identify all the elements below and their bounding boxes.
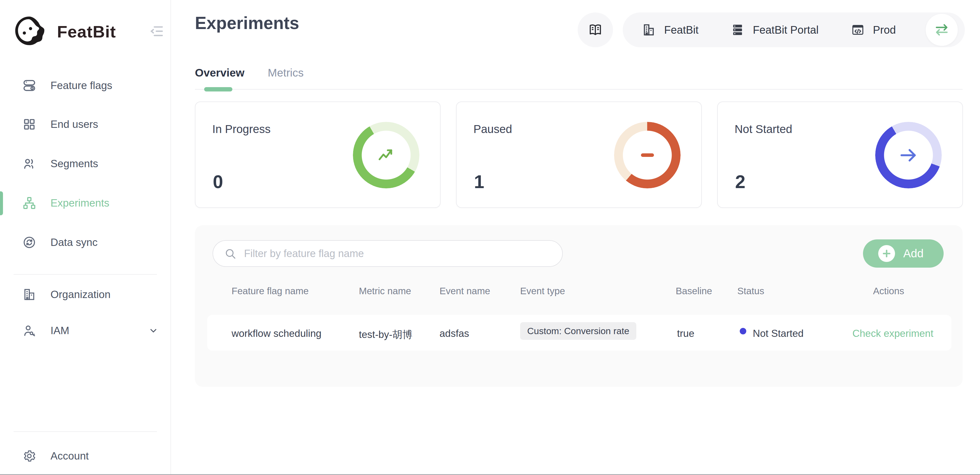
plus-icon	[878, 245, 895, 262]
logo-text: FeatBit	[57, 22, 116, 41]
sidebar-collapse-icon[interactable]	[149, 23, 164, 39]
server-stack-icon	[730, 23, 745, 37]
not-started-ring	[875, 122, 942, 188]
experiments-icon	[22, 196, 37, 210]
arrow-right-icon	[875, 122, 942, 188]
in-progress-ring	[353, 122, 419, 188]
tab-metrics[interactable]: Metrics	[268, 67, 304, 79]
search-input[interactable]	[244, 248, 551, 259]
featbit-app: FeatBit Feature flags	[0, 0, 980, 475]
experiments-panel: Add Feature flag name Metric name Event …	[195, 225, 963, 387]
sidebar-divider	[14, 274, 157, 275]
column-header: Actions	[873, 286, 904, 296]
tab-overview[interactable]: Overview	[195, 67, 244, 79]
environment-item[interactable]: Prod	[851, 23, 896, 37]
browser-code-icon	[851, 23, 865, 37]
portal-item[interactable]: FeatBit Portal	[730, 23, 818, 37]
column-header: Event type	[520, 286, 565, 296]
column-header: Feature flag name	[232, 286, 309, 296]
status-dot	[740, 328, 746, 334]
card-value: 0	[213, 171, 223, 192]
status-cell: Not Started	[753, 328, 803, 339]
sidebar-item-label: End users	[51, 118, 98, 130]
baseline-cell: true	[677, 328, 694, 339]
sidebar-item-segments[interactable]: Segments	[0, 150, 170, 177]
docs-button[interactable]	[578, 13, 613, 47]
add-button-label: Add	[903, 247, 924, 260]
card-title: Not Started	[735, 123, 792, 136]
sidebar-item-feature-flags[interactable]: Feature flags	[0, 72, 170, 99]
sidebar-item-experiments[interactable]: Experiments	[0, 189, 170, 217]
card-paused: Paused 1	[456, 102, 702, 208]
portal-name: FeatBit Portal	[753, 24, 818, 36]
sidebar-item-data-sync[interactable]: Data sync	[0, 229, 170, 256]
event-type-badge: Custom: Conversion rate	[520, 322, 636, 340]
building-icon	[642, 23, 656, 37]
card-not-started: Not Started 2	[717, 102, 963, 208]
gear-icon	[22, 449, 37, 463]
switch-environment-button[interactable]	[926, 14, 958, 46]
sidebar: FeatBit Feature flags	[0, 0, 171, 474]
segments-icon	[22, 157, 37, 171]
feature-flag-name-cell: workflow scheduling	[232, 328, 321, 339]
sidebar-item-label: Segments	[51, 158, 98, 170]
end-users-icon	[22, 117, 37, 131]
tab-active-indicator	[204, 87, 232, 92]
minus-icon	[614, 122, 681, 188]
search-icon	[224, 247, 237, 260]
check-experiment-link[interactable]: Check experiment	[853, 328, 933, 339]
workspace-item[interactable]: FeatBit	[642, 23, 698, 37]
environment-name: Prod	[873, 24, 896, 36]
feature-flags-icon	[22, 78, 37, 92]
card-in-progress: In Progress 0	[195, 102, 441, 208]
environment-bar: FeatBit FeatBit Portal	[578, 13, 965, 47]
sidebar-item-label: Organization	[51, 289, 110, 300]
card-value: 2	[735, 171, 745, 192]
trend-up-icon	[353, 122, 419, 188]
page-title: Experiments	[195, 13, 299, 33]
card-title: Paused	[473, 123, 512, 136]
featbit-logo-icon	[13, 15, 47, 48]
sidebar-item-label: Account	[51, 450, 89, 462]
sidebar-item-label: Feature flags	[51, 79, 112, 92]
column-header: Baseline	[676, 286, 712, 296]
swap-arrows-icon	[933, 21, 950, 38]
table-row: workflow scheduling test-by-胡博 adsfas Cu…	[207, 315, 951, 351]
column-header: Event name	[439, 286, 490, 296]
sidebar-divider	[14, 431, 157, 432]
tab-track	[195, 89, 963, 90]
sidebar-item-account[interactable]: Account	[0, 442, 170, 470]
sidebar-item-organization[interactable]: Organization	[0, 281, 170, 308]
workspace-name: FeatBit	[664, 24, 698, 36]
sidebar-item-iam[interactable]: IAM	[0, 317, 170, 344]
logo[interactable]: FeatBit	[13, 15, 116, 48]
paused-ring	[614, 122, 681, 188]
data-sync-icon	[22, 235, 37, 249]
sidebar-item-label: Experiments	[51, 197, 110, 209]
sidebar-item-label: IAM	[51, 325, 69, 337]
sidebar-item-label: Data sync	[51, 237, 97, 248]
column-header: Status	[737, 286, 764, 296]
chevron-down-icon[interactable]	[148, 325, 159, 336]
tab-bar: Overview Metrics	[195, 67, 304, 79]
event-name-cell: adsfas	[439, 328, 469, 339]
workspace-switcher: FeatBit FeatBit Portal	[623, 13, 965, 47]
iam-icon	[22, 324, 37, 338]
add-experiment-button[interactable]: Add	[863, 239, 943, 268]
column-header: Metric name	[359, 286, 411, 296]
sidebar-item-end-users[interactable]: End users	[0, 111, 170, 138]
book-icon	[588, 22, 603, 37]
filter-search	[213, 240, 563, 267]
organization-icon	[22, 288, 37, 302]
card-value: 1	[474, 171, 484, 192]
card-title: In Progress	[212, 123, 270, 136]
metric-name-cell: test-by-胡博	[359, 328, 412, 342]
